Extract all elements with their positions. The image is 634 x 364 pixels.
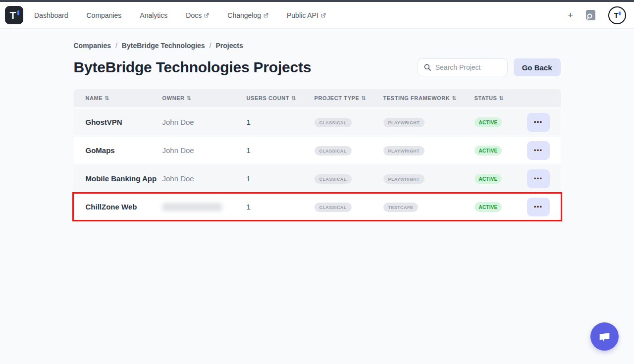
more-actions-button[interactable]: ⋯ xyxy=(527,198,550,216)
more-actions-button[interactable]: ⋯ xyxy=(527,169,550,188)
column-header-owner[interactable]: OWNER⇅ xyxy=(162,95,247,102)
actions-cell: ⋯ xyxy=(520,141,561,160)
search-project-input[interactable] xyxy=(435,63,502,71)
go-back-button[interactable]: Go Back xyxy=(514,58,561,76)
project-name-cell: GhostVPN xyxy=(86,118,162,126)
table-row-ghostvpn[interactable]: GhostVPNJohn Doe1CLASSICALPLAYWRIGHTACTI… xyxy=(74,109,561,135)
nav-item-changelog[interactable]: Changelog xyxy=(227,11,268,19)
testing-framework-badge: TESTCAFE xyxy=(383,203,419,212)
column-header-users-count[interactable]: USERS COUNT⇅ xyxy=(247,95,315,102)
users-count-cell: 1 xyxy=(247,174,315,183)
status-cell: ACTIVE xyxy=(475,202,520,212)
user-avatar[interactable]: T xyxy=(608,6,626,24)
more-actions-icon: ⋯ xyxy=(534,146,543,155)
testing-framework-cell: TESTCAFE xyxy=(383,202,475,212)
app-logo[interactable]: T xyxy=(5,6,23,24)
users-count-cell: 1 xyxy=(247,146,315,155)
breadcrumb-separator: / xyxy=(115,42,117,50)
external-link-icon xyxy=(204,11,209,19)
table-row-mobile-banking-app[interactable]: Mobile Banking AppJohn Doe1CLASSICALPLAY… xyxy=(74,165,561,192)
column-label: USERS COUNT xyxy=(247,95,290,101)
chat-launcher-button[interactable] xyxy=(590,322,619,351)
owner-redacted-blur xyxy=(162,203,222,211)
more-actions-button[interactable]: ⋯ xyxy=(527,141,550,160)
breadcrumb: Companies/ByteBridge Technologies/Projec… xyxy=(74,42,561,50)
testing-framework-cell: PLAYWRIGHT xyxy=(383,174,475,184)
testing-framework-badge: PLAYWRIGHT xyxy=(383,174,425,184)
status-badge: ACTIVE xyxy=(475,202,502,212)
breadcrumb-item-companies[interactable]: Companies xyxy=(74,42,111,50)
avatar-tick xyxy=(619,11,621,15)
project-type-badge: CLASSICAL xyxy=(315,203,352,212)
nav-item-dashboard[interactable]: Dashboard xyxy=(34,11,68,19)
navbar-right: + T xyxy=(568,6,626,24)
more-actions-button[interactable]: ⋯ xyxy=(527,113,550,132)
status-badge: ACTIVE xyxy=(475,146,502,156)
projects-table: NAME⇅OWNER⇅USERS COUNT⇅PROJECT TYPE⇅TEST… xyxy=(74,89,561,220)
column-label: NAME xyxy=(86,95,103,101)
avatar-letter: T xyxy=(614,11,618,19)
owner-cell: John Doe xyxy=(162,146,247,155)
more-actions-icon: ⋯ xyxy=(534,203,543,211)
project-type-badge: CLASSICAL xyxy=(315,146,352,156)
nav-item-public-api[interactable]: Public API xyxy=(287,11,326,19)
status-cell: ACTIVE xyxy=(475,146,520,156)
testing-framework-cell: PLAYWRIGHT xyxy=(383,146,475,156)
sort-icon: ⇅ xyxy=(452,95,457,102)
external-link-icon xyxy=(264,11,268,19)
project-name-cell: GoMaps xyxy=(86,146,162,155)
nav-item-companies[interactable]: Companies xyxy=(87,11,122,19)
owner-cell: John Doe xyxy=(162,118,247,126)
status-cell: ACTIVE xyxy=(475,174,520,184)
testing-framework-cell: PLAYWRIGHT xyxy=(383,117,475,127)
chat-bubble-icon xyxy=(598,331,611,343)
users-count-cell: 1 xyxy=(247,203,315,211)
testing-framework-badge: PLAYWRIGHT xyxy=(383,118,425,127)
document-search-icon[interactable] xyxy=(586,10,595,20)
owner-cell: John Doe xyxy=(162,174,247,183)
project-type-badge: CLASSICAL xyxy=(315,118,352,127)
column-header-name[interactable]: NAME⇅ xyxy=(86,95,162,102)
project-type-cell: CLASSICAL xyxy=(315,202,383,212)
search-project-box[interactable] xyxy=(418,58,508,76)
more-actions-icon: ⋯ xyxy=(534,174,543,183)
navbar: T DashboardCompaniesAnalyticsDocsChangel… xyxy=(0,2,634,29)
app-logo-letter: T xyxy=(10,10,16,20)
project-name-cell: Mobile Banking App xyxy=(86,174,162,183)
nav-item-docs[interactable]: Docs xyxy=(186,11,209,19)
actions-cell: ⋯ xyxy=(520,113,561,132)
column-label: STATUS xyxy=(475,95,497,101)
project-name-cell: ChillZone Web xyxy=(86,203,162,211)
sort-icon: ⇅ xyxy=(105,95,109,102)
app-logo-tick xyxy=(17,10,19,15)
add-icon[interactable]: + xyxy=(568,10,573,20)
column-label: TESTING FRAMEWORK xyxy=(383,95,450,101)
external-link-icon xyxy=(321,11,326,19)
column-label: OWNER xyxy=(162,95,185,101)
column-header-testing-framework[interactable]: TESTING FRAMEWORK⇅ xyxy=(383,95,475,102)
project-type-cell: CLASSICAL xyxy=(315,146,383,156)
status-cell: ACTIVE xyxy=(475,117,520,127)
table-row-gomaps[interactable]: GoMapsJohn Doe1CLASSICALPLAYWRIGHTACTIVE… xyxy=(74,137,561,163)
sort-icon: ⇅ xyxy=(187,95,192,102)
status-badge: ACTIVE xyxy=(475,117,502,127)
title-row: ByteBridge Technologies Projects Go Back xyxy=(74,58,561,76)
breadcrumb-item-projects[interactable]: Projects xyxy=(216,42,243,50)
project-type-cell: CLASSICAL xyxy=(315,174,383,184)
actions-cell: ⋯ xyxy=(520,198,561,216)
page-title: ByteBridge Technologies Projects xyxy=(74,59,312,76)
column-header-project-type[interactable]: PROJECT TYPE⇅ xyxy=(315,95,383,102)
testing-framework-badge: PLAYWRIGHT xyxy=(383,146,425,156)
project-type-badge: CLASSICAL xyxy=(315,174,352,184)
status-badge: ACTIVE xyxy=(475,174,502,184)
table-header-row: NAME⇅OWNER⇅USERS COUNT⇅PROJECT TYPE⇅TEST… xyxy=(74,89,561,107)
users-count-cell: 1 xyxy=(247,118,315,126)
actions-cell: ⋯ xyxy=(520,169,561,188)
nav-item-analytics[interactable]: Analytics xyxy=(140,11,167,19)
sort-icon: ⇅ xyxy=(499,95,504,102)
more-actions-icon: ⋯ xyxy=(534,118,543,126)
owner-cell xyxy=(162,203,247,211)
column-header-status[interactable]: STATUS⇅ xyxy=(475,95,520,102)
table-row-chillzone-web[interactable]: ChillZone Web1CLASSICALTESTCAFEACTIVE⋯ xyxy=(74,194,561,220)
breadcrumb-item-bytebridge-technologies[interactable]: ByteBridge Technologies xyxy=(122,42,205,50)
